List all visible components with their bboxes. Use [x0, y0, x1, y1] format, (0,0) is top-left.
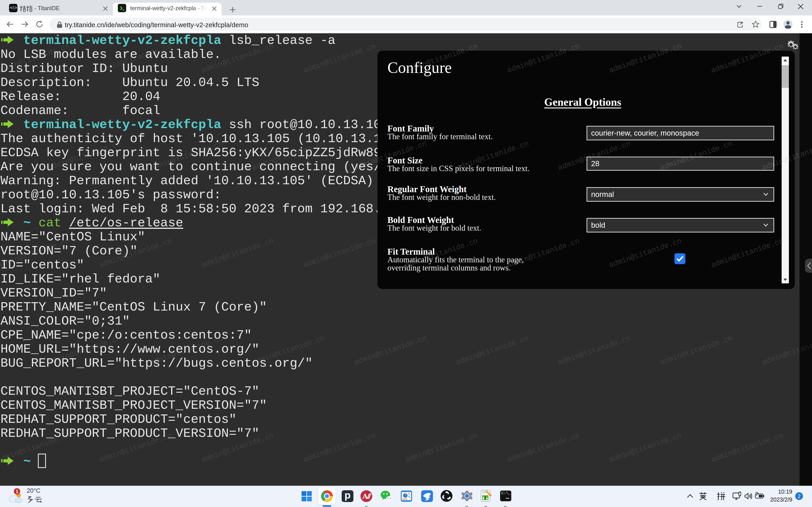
svg-text:A: A — [362, 492, 368, 500]
svg-text:1: 1 — [16, 489, 18, 494]
